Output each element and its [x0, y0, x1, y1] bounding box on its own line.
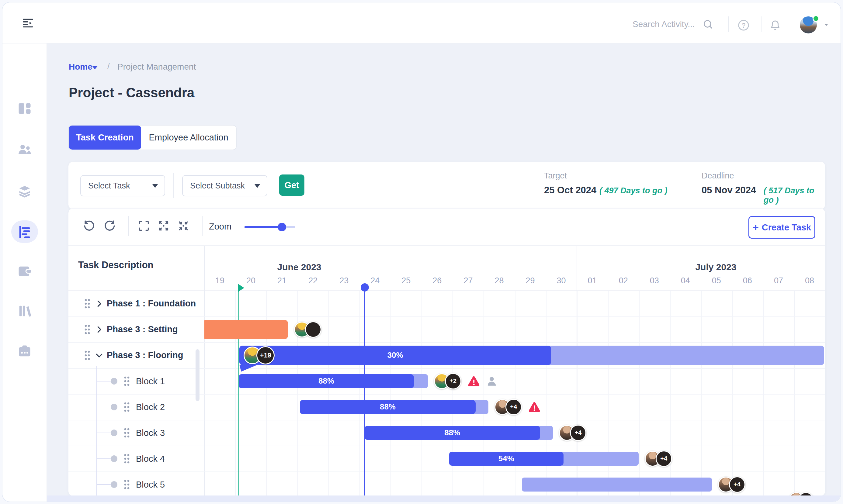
avatar-count-badge: +4	[506, 399, 522, 415]
day-label: 19	[209, 276, 230, 285]
day-label: 30	[551, 276, 572, 285]
search-icon[interactable]	[702, 18, 714, 31]
day-label: 21	[271, 276, 293, 285]
gantt-bar-progress: 54%	[449, 452, 563, 466]
gantt-bar-block-3[interactable]: 88%	[365, 426, 553, 440]
select-task-dropdown[interactable]: Select Task	[80, 175, 165, 196]
deadline-date: 05 Nov 2024	[702, 185, 756, 196]
gantt-bar-phase-3-flooring[interactable]: 30%	[239, 346, 824, 365]
grid-day-line	[359, 290, 360, 496]
progress-label: 88%	[318, 376, 334, 386]
tab-employee-allocation[interactable]: Employee Allocation	[141, 126, 236, 149]
gantt-bar-phase-3-setting[interactable]	[204, 320, 288, 339]
drag-handle-icon[interactable]	[123, 480, 130, 491]
library-icon[interactable]	[17, 303, 33, 319]
assignee-cluster[interactable]: +4	[494, 399, 541, 415]
grid-day-line	[794, 290, 795, 496]
drag-handle-icon[interactable]	[84, 350, 91, 362]
task-list-scrollbar[interactable]	[195, 349, 199, 401]
chevron-right-icon[interactable]	[94, 325, 104, 334]
assignee-cluster[interactable]: +2	[434, 373, 498, 390]
chevron-down-icon[interactable]	[94, 351, 104, 360]
assignee-cluster[interactable]	[294, 321, 321, 338]
team-icon[interactable]	[17, 141, 33, 157]
target-date: 25 Oct 2024	[544, 185, 596, 196]
progress-label: 30%	[387, 350, 403, 360]
gantt-bar-block-5[interactable]	[522, 478, 712, 491]
gantt-bar-block-1[interactable]: 88%	[239, 374, 427, 388]
task-row-label[interactable]: Block 5	[136, 480, 165, 490]
tab-task-creation[interactable]: Task Creation	[69, 126, 141, 149]
drag-handle-icon[interactable]	[123, 402, 130, 413]
day-label: 24	[364, 276, 386, 285]
task-row-label[interactable]: Phase 3 : Setting	[107, 324, 178, 335]
top-header: Search Activity... ?	[2, 2, 841, 43]
assignee-cluster[interactable]: +4	[645, 450, 672, 467]
task-row-label[interactable]: Block 1	[136, 376, 165, 386]
task-row-label[interactable]: Block 3	[136, 428, 165, 438]
start-marker-icon[interactable]	[238, 284, 244, 292]
row-separator	[68, 471, 825, 472]
tree-node-dot	[111, 455, 117, 462]
day-label: 05	[706, 276, 727, 285]
row-separator	[68, 317, 825, 317]
grid-day-line	[763, 290, 763, 496]
search-input[interactable]: Search Activity...	[633, 19, 695, 29]
dropdown-caret-icon	[254, 184, 260, 188]
grid-day-line	[701, 290, 702, 496]
assignee-cluster[interactable]: +19	[244, 347, 275, 363]
sidebar-toggle-icon[interactable]	[21, 17, 35, 29]
row-separator	[68, 446, 825, 446]
day-label: 08	[799, 276, 820, 285]
breadcrumb-caret-icon[interactable]	[92, 66, 98, 69]
tree-node-dot	[111, 404, 117, 410]
header-divider	[761, 16, 761, 32]
task-row-label[interactable]: Block 2	[136, 402, 165, 412]
task-row-label[interactable]: Phase 3 : Flooring	[107, 350, 183, 360]
dashboard-icon[interactable]	[17, 101, 33, 116]
breadcrumb-home[interactable]: Home	[69, 62, 92, 72]
layers-icon[interactable]	[17, 183, 33, 198]
unassigned-person-icon[interactable]	[485, 375, 498, 388]
tree-node-dot	[111, 378, 117, 384]
assignee-cluster[interactable]: +4	[718, 476, 745, 493]
day-label: 03	[644, 276, 665, 285]
gantt-bar-progress: 88%	[239, 374, 414, 388]
drag-handle-icon[interactable]	[123, 428, 130, 439]
today-marker-icon[interactable]	[361, 283, 369, 291]
avatar-count-badge: +4	[729, 476, 745, 493]
wallet-icon[interactable]	[17, 264, 33, 280]
drag-handle-icon[interactable]	[84, 299, 91, 310]
tree-branch	[97, 433, 112, 433]
clipboard-icon[interactable]	[17, 343, 33, 359]
tree-branch	[97, 484, 112, 485]
task-row-label[interactable]: Phase 1 : Foundation	[107, 299, 196, 308]
avatar-count-badge: +4	[656, 450, 672, 467]
gantt-icon[interactable]	[17, 224, 33, 240]
get-button[interactable]: Get	[279, 175, 304, 196]
dropdown-caret-icon	[152, 184, 158, 188]
drag-handle-icon[interactable]	[123, 453, 130, 465]
gantt-bar-block-2[interactable]: 88%	[300, 400, 488, 414]
help-icon[interactable]: ?	[737, 19, 750, 32]
warning-icon[interactable]	[527, 400, 541, 414]
filter-divider	[173, 173, 174, 198]
row-separator	[68, 394, 825, 395]
task-row-label[interactable]: Block 4	[136, 454, 165, 464]
avatar-count-badge	[305, 321, 321, 338]
tree-node-dot	[111, 430, 117, 436]
deadline-label: Deadline	[702, 171, 734, 181]
status-dot	[812, 15, 819, 22]
select-subtask-dropdown[interactable]: Select Subtask	[182, 175, 267, 196]
assignee-cluster[interactable]: +4	[559, 425, 586, 441]
gantt-bar-block-4[interactable]: 54%	[449, 452, 639, 466]
bell-icon[interactable]	[769, 18, 781, 32]
drag-handle-icon[interactable]	[123, 376, 130, 388]
drag-handle-icon[interactable]	[84, 324, 91, 336]
progress-label: 54%	[498, 454, 514, 463]
horizontal-scrollbar-track[interactable]	[2, 496, 841, 502]
warning-icon[interactable]	[467, 375, 481, 388]
chevron-right-icon[interactable]	[94, 299, 104, 308]
gantt-bar-progress: 88%	[300, 400, 475, 414]
chevron-down-icon[interactable]	[822, 22, 830, 28]
